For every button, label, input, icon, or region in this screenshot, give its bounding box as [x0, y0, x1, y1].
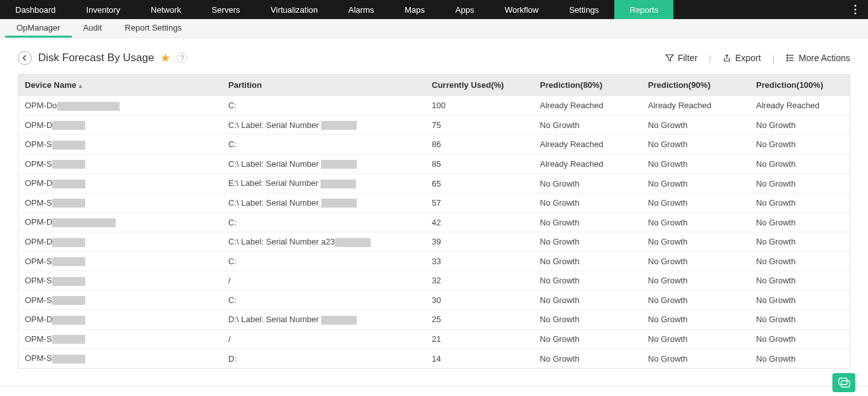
table-row[interactable]: OPM-S/32No GrowthNo GrowthNo Growth	[18, 271, 850, 291]
cell-device-name: OPM-S	[18, 251, 222, 271]
cell-device-name: OPM-S	[18, 329, 222, 349]
table-row[interactable]: OPM-SC:\ Label: Serial Number 85Already …	[18, 154, 850, 174]
separator: |	[709, 53, 711, 63]
table-row[interactable]: OPM-DoC:100Already ReachedAlready Reache…	[18, 96, 850, 116]
back-button[interactable]	[18, 51, 32, 65]
table-row[interactable]: OPM-SC:33No GrowthNo GrowthNo Growth	[18, 251, 850, 271]
svg-point-0	[855, 5, 857, 7]
table-row[interactable]: OPM-DE:\ Label: Serial Number 65No Growt…	[18, 174, 850, 194]
cell-device-name: OPM-S	[18, 135, 222, 155]
cell-p80: No Growth	[534, 329, 642, 349]
cell-device-name: OPM-S	[18, 154, 222, 174]
cell-p80: No Growth	[534, 232, 642, 251]
col-p100[interactable]: Prediction(100%)	[750, 74, 850, 96]
cell-device-name: OPM-S	[18, 193, 222, 213]
nav-network[interactable]: Network	[135, 0, 196, 19]
svg-point-10	[787, 60, 788, 61]
nav-maps[interactable]: Maps	[389, 0, 440, 19]
nav-alarms[interactable]: Alarms	[333, 0, 389, 19]
col-p90[interactable]: Prediction(90%)	[642, 74, 750, 96]
nav-dashboard[interactable]: Dashboard	[0, 0, 71, 19]
star-icon[interactable]: ★	[160, 51, 170, 65]
cell-device-name: OPM-D	[18, 115, 222, 135]
cell-device-name: OPM-D	[18, 232, 222, 251]
cell-used: 65	[425, 174, 534, 194]
table-row[interactable]: OPM-DC:\ Label: Serial Number a2339No Gr…	[18, 232, 850, 251]
cell-partition: C:	[222, 290, 425, 310]
cell-partition: C:	[222, 96, 425, 116]
table-row[interactable]: OPM-S/21No GrowthNo GrowthNo Growth	[18, 329, 850, 349]
col-p80[interactable]: Prediction(80%)	[534, 74, 642, 96]
col-partition[interactable]: Partition	[222, 74, 425, 96]
cell-partition: C:\ Label: Serial Number	[222, 154, 425, 174]
kebab-menu[interactable]	[849, 0, 862, 19]
redacted-text	[52, 199, 85, 208]
cell-p90: Already Reached	[642, 96, 750, 116]
cell-p100: No Growth	[750, 174, 850, 194]
cell-p100: Already Reached	[750, 96, 850, 116]
cell-p80: Already Reached	[534, 135, 642, 155]
bottom-bar	[0, 386, 868, 396]
chat-icon	[837, 377, 850, 388]
more-actions-label: More Actions	[799, 53, 850, 63]
cell-p90: No Growth	[642, 213, 750, 232]
cell-used: 30	[425, 290, 534, 310]
table-row[interactable]: OPM-DD:\ Label: Serial Number 25No Growt…	[18, 310, 850, 330]
table-row[interactable]: OPM-SC:30No GrowthNo GrowthNo Growth	[18, 290, 850, 310]
col-used[interactable]: Currently Used(%)	[425, 74, 534, 96]
nav-workflow[interactable]: Workflow	[490, 0, 554, 19]
nav-settings[interactable]: Settings	[554, 0, 614, 19]
cell-p90: No Growth	[642, 135, 750, 155]
redacted-text	[52, 238, 85, 247]
chat-button[interactable]	[832, 373, 855, 392]
table-row[interactable]: OPM-DC:\ Label: Serial Number 75No Growt…	[18, 115, 850, 135]
cell-p100: No Growth	[750, 232, 850, 251]
cell-partition: C:	[222, 213, 425, 232]
nav-servers[interactable]: Servers	[196, 0, 256, 19]
cell-partition: D:	[222, 349, 425, 368]
table-row[interactable]: OPM-SD:14No GrowthNo GrowthNo Growth	[18, 349, 850, 368]
cell-used: 86	[425, 135, 534, 155]
cell-p80: No Growth	[534, 213, 642, 232]
redacted-text	[52, 218, 116, 227]
cell-p100: No Growth	[750, 213, 850, 232]
cell-p90: No Growth	[642, 251, 750, 271]
table-row[interactable]: OPM-SC:86Already ReachedNo GrowthNo Grow…	[18, 135, 850, 155]
report-table: Device Name▲ Partition Currently Used(%)…	[18, 74, 850, 369]
filter-label: Filter	[678, 53, 698, 63]
redacted-text	[321, 121, 357, 130]
redacted-text	[52, 160, 85, 169]
table-row[interactable]: OPM-DC:42No GrowthNo GrowthNo Growth	[18, 213, 850, 232]
filter-button[interactable]: Filter	[665, 53, 698, 63]
nav-reports[interactable]: Reports	[614, 0, 674, 19]
page-header: Disk Forecast By Usage ★ ? Filter | Expo…	[0, 38, 868, 74]
cell-partition: C:\ Label: Serial Number a23	[222, 232, 425, 251]
svg-rect-11	[839, 378, 847, 385]
nav-virtualization[interactable]: Virtualization	[256, 0, 333, 19]
cell-partition: C:\ Label: Serial Number	[222, 115, 425, 135]
nav-inventory[interactable]: Inventory	[71, 0, 135, 19]
redacted-text	[321, 199, 357, 208]
more-actions-button[interactable]: More Actions	[786, 53, 850, 63]
col-device-name[interactable]: Device Name▲	[18, 74, 222, 96]
cell-used: 57	[425, 193, 534, 213]
cell-used: 25	[425, 310, 534, 330]
nav-apps[interactable]: Apps	[440, 0, 490, 19]
cell-p100: No Growth	[750, 310, 850, 330]
redacted-text	[52, 257, 85, 266]
svg-point-8	[787, 55, 788, 56]
redacted-text	[52, 277, 85, 286]
cell-p90: No Growth	[642, 290, 750, 310]
table-row[interactable]: OPM-SC:\ Label: Serial Number 57No Growt…	[18, 193, 850, 213]
cell-p90: No Growth	[642, 329, 750, 349]
cell-partition: C:	[222, 251, 425, 271]
svg-marker-3	[666, 55, 673, 61]
redacted-text	[52, 316, 85, 325]
export-button[interactable]: Export	[722, 53, 761, 63]
subnav-opmanager[interactable]: OpManager	[5, 19, 72, 38]
help-button[interactable]: ?	[177, 53, 187, 63]
redacted-text	[335, 238, 371, 247]
subnav-report-settings[interactable]: Report Settings	[113, 19, 193, 38]
subnav-audit[interactable]: Audit	[72, 19, 114, 38]
cell-p80: No Growth	[534, 193, 642, 213]
